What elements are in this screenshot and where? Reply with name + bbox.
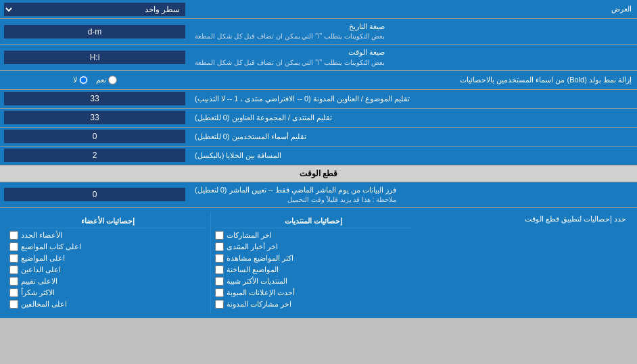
time-format-input-wrapper[interactable] xyxy=(0,45,189,70)
stat-member-checkbox-3[interactable] xyxy=(9,254,18,263)
bold-remove-radios: نعم لا xyxy=(0,74,189,86)
bold-remove-no-label[interactable]: لا xyxy=(73,76,88,84)
stat-checkbox-2[interactable] xyxy=(215,242,224,251)
forum-title-input[interactable] xyxy=(4,111,185,124)
display-mode-select[interactable]: سطر واحد سطرين ثلاثة أسطر xyxy=(4,3,185,16)
usernames-row: تقليم أسماء المستخدمين (0 للتعطيل) xyxy=(0,128,637,147)
member-stats-col: إحصائيات الأعضاء الأعضاء الجدد اعلى كتاب… xyxy=(5,212,210,314)
topic-title-label: تقليم الموضوع / العناوين المدونة (0 -- ا… xyxy=(189,90,637,108)
stat-member-checkbox-4[interactable] xyxy=(9,265,18,274)
stat-checkbox-4[interactable] xyxy=(215,265,224,274)
date-format-input-wrapper[interactable] xyxy=(0,19,189,44)
bold-remove-row: إزالة نمط بولد (Bold) من اسماء المستخدمي… xyxy=(0,71,637,90)
stat-item-7: اخر مشاركات المدونة xyxy=(215,300,412,309)
stat-member-checkbox-7[interactable] xyxy=(9,300,18,309)
stat-member-2: اعلى كتاب المواضيع xyxy=(9,242,206,251)
topic-title-row: تقليم الموضوع / العناوين المدونة (0 -- ا… xyxy=(0,90,637,109)
cut-time-label: فرز البيانات من يوم الماشر الماضي فقط --… xyxy=(189,182,637,207)
cell-spacing-input-wrapper[interactable] xyxy=(0,147,189,165)
cell-spacing-input[interactable] xyxy=(4,149,185,162)
time-format-label: صيغة الوقت بعض التكوينات يتطلب "/" التي … xyxy=(189,45,637,70)
stat-member-4: اعلى الداعين xyxy=(9,265,206,274)
bold-remove-yes-radio[interactable] xyxy=(108,76,117,84)
stat-item-4: المواضيع الساخنة xyxy=(215,265,412,274)
stat-checkbox-1[interactable] xyxy=(215,231,224,240)
stat-item-5: المنتديات الأكثر شبية xyxy=(215,277,412,286)
usernames-input[interactable] xyxy=(4,130,185,143)
topic-title-input-wrapper[interactable] xyxy=(0,90,189,108)
display-mode-input[interactable]: سطر واحد سطرين ثلاثة أسطر xyxy=(0,1,189,18)
bold-remove-label: إزالة نمط بولد (Bold) من اسماء المستخدمي… xyxy=(189,73,637,87)
stat-checkbox-5[interactable] xyxy=(215,277,224,286)
date-format-row: صيغة التاريخ بعض التكوينات يتطلب "/" الت… xyxy=(0,19,637,45)
usernames-input-wrapper[interactable] xyxy=(0,128,189,146)
stat-item-2: اخر أخبار المنتدى xyxy=(215,242,412,251)
stat-member-checkbox-1[interactable] xyxy=(9,231,18,240)
usernames-label: تقليم أسماء المستخدمين (0 للتعطيل) xyxy=(189,128,637,146)
stats-section: حدد إحصاليات لتطبيق قطع الوقت إحصائيات ا… xyxy=(0,208,637,318)
stat-checkbox-6[interactable] xyxy=(215,288,224,297)
cell-spacing-label: المسافة بين الخلايا (بالبكسل) xyxy=(189,147,637,165)
stat-member-3: اعلى المواضيع xyxy=(9,254,206,263)
bold-remove-yes-label[interactable]: نعم xyxy=(96,76,117,84)
cut-time-input-wrapper[interactable] xyxy=(0,182,189,207)
time-format-row: صيغة الوقت بعض التكوينات يتطلب "/" التي … xyxy=(0,45,637,70)
stat-member-6: الاكثر شكراً xyxy=(9,288,206,297)
member-stats-header: إحصائيات الأعضاء xyxy=(9,215,206,228)
stat-item-3: اكثر المواضيع مشاهدة xyxy=(215,254,412,263)
stat-member-7: اعلى المخالفين xyxy=(9,300,206,309)
forum-stats-col: إحصائيات المنتديات اخر المشاركات اخر أخب… xyxy=(210,212,416,314)
date-format-input[interactable] xyxy=(4,25,185,38)
cut-time-section-header: قطع الوقت xyxy=(0,165,637,182)
bold-remove-no-radio[interactable] xyxy=(79,76,88,84)
topic-title-input[interactable] xyxy=(4,92,185,105)
stat-member-checkbox-6[interactable] xyxy=(9,288,18,297)
forum-title-row: تقليم المنتدى / المجموعة العناوين (0 للت… xyxy=(0,109,637,128)
stats-apply-label: حدد إحصاليات لتطبيق قطع الوقت xyxy=(416,212,632,226)
forum-stats-header: إحصائيات المنتديات xyxy=(215,215,412,228)
forum-title-input-wrapper[interactable] xyxy=(0,109,189,127)
stat-checkbox-3[interactable] xyxy=(215,254,224,263)
display-label: العرض xyxy=(189,2,637,16)
cut-time-row: فرز البيانات من يوم الماشر الماضي فقط --… xyxy=(0,182,637,208)
cut-time-input[interactable] xyxy=(4,188,185,201)
stat-member-1: الأعضاء الجدد xyxy=(9,231,206,240)
stat-item-6: أحدث الإعلانات المبوبة xyxy=(215,288,412,297)
time-format-input[interactable] xyxy=(4,51,185,64)
stat-member-checkbox-2[interactable] xyxy=(9,242,18,251)
cell-spacing-row: المسافة بين الخلايا (بالبكسل) xyxy=(0,147,637,165)
forum-title-label: تقليم المنتدى / المجموعة العناوين (0 للت… xyxy=(189,109,637,127)
stat-member-5: الاعلى تقييم xyxy=(9,277,206,286)
date-format-label: صيغة التاريخ بعض التكوينات يتطلب "/" الت… xyxy=(189,19,637,44)
stat-member-checkbox-5[interactable] xyxy=(9,277,18,286)
stat-checkbox-7[interactable] xyxy=(215,300,224,309)
stat-item-1: اخر المشاركات xyxy=(215,231,412,240)
